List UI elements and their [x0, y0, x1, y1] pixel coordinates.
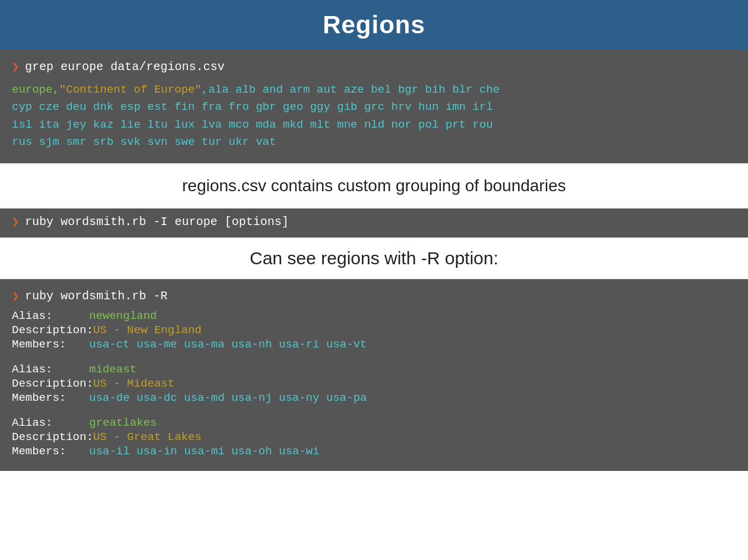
- members-label-2: Members:: [12, 391, 89, 404]
- desc-value-2: US - Mideast: [93, 377, 175, 390]
- members-label-3: Members:: [12, 445, 89, 458]
- alias-value-3: greatlakes: [89, 416, 157, 429]
- members-value-1: usa-ct usa-me usa-ma usa-nh usa-ri usa-v…: [89, 338, 367, 351]
- region-alias-row-2: Alias: mideast: [12, 363, 736, 376]
- output-line-2: cyp cze deu dnk esp est fin fra fro gbr …: [12, 99, 736, 116]
- output-europe: europe,: [12, 83, 59, 96]
- output-line-1: europe,"Continent of Europe",ala alb and…: [12, 81, 736, 99]
- region-entry-1: Alias: newengland Description: US - New …: [12, 309, 736, 351]
- region-alias-row-3: Alias: greatlakes: [12, 416, 736, 429]
- command-line-2: ❯ ruby wordsmith.rb -I europe [options]: [12, 214, 736, 229]
- output-continent: "Continent of Europe": [59, 83, 201, 96]
- desc-label-1: Description:: [12, 324, 93, 337]
- region-entry-3: Alias: greatlakes Description: US - Grea…: [12, 416, 736, 458]
- command-line-3: ❯ ruby wordsmith.rb -R: [12, 289, 736, 303]
- command-3: ruby wordsmith.rb -R: [25, 289, 168, 303]
- region-alias-row-1: Alias: newengland: [12, 309, 736, 322]
- output-line-4: rus sjm smr srb svk svn swe tur ukr vat: [12, 134, 736, 151]
- region-desc-row-3: Description: US - Great Lakes: [12, 431, 736, 444]
- page-title: Regions: [0, 11, 748, 39]
- terminal-block-3: ❯ ruby wordsmith.rb -R Alias: newengland…: [0, 279, 748, 471]
- description-text-1: regions.csv contains custom grouping of …: [12, 176, 736, 195]
- prompt-arrow-2: ❯: [12, 214, 19, 229]
- command-line-1: ❯ grep europe data/regions.csv: [12, 59, 736, 74]
- terminal-block-1: ❯ grep europe data/regions.csv europe,"C…: [0, 50, 748, 163]
- description-2: Can see regions with -R option:: [0, 238, 748, 279]
- output-block-1: europe,"Continent of Europe",ala alb and…: [12, 79, 736, 154]
- desc-label-3: Description:: [12, 431, 93, 444]
- output-countries-1: ,ala alb and arm aut aze bel bgr bih blr…: [201, 83, 500, 96]
- region-desc-row-1: Description: US - New England: [12, 324, 736, 337]
- description-text-2: Can see regions with -R option:: [12, 248, 736, 268]
- desc-value-3: US - Great Lakes: [93, 431, 201, 444]
- output-line-3: isl ita jey kaz lie ltu lux lva mco mda …: [12, 116, 736, 134]
- page-header: Regions: [0, 0, 748, 50]
- alias-value-2: mideast: [89, 363, 137, 376]
- prompt-arrow-3: ❯: [12, 289, 19, 303]
- members-value-2: usa-de usa-dc usa-md usa-nj usa-ny usa-p…: [89, 391, 367, 404]
- alias-value-1: newengland: [89, 309, 157, 322]
- region-members-row-3: Members: usa-il usa-in usa-mi usa-oh usa…: [12, 445, 736, 458]
- alias-label-2: Alias:: [12, 363, 89, 376]
- description-1: regions.csv contains custom grouping of …: [0, 163, 748, 208]
- region-members-row-2: Members: usa-de usa-dc usa-md usa-nj usa…: [12, 391, 736, 404]
- prompt-arrow-1: ❯: [12, 59, 19, 74]
- command-2: ruby wordsmith.rb -I europe [options]: [25, 215, 289, 229]
- desc-value-1: US - New England: [93, 324, 201, 337]
- desc-label-2: Description:: [12, 377, 93, 390]
- alias-label-3: Alias:: [12, 416, 89, 429]
- command-1: grep europe data/regions.csv: [25, 60, 225, 74]
- region-members-row-1: Members: usa-ct usa-me usa-ma usa-nh usa…: [12, 338, 736, 351]
- members-value-3: usa-il usa-in usa-mi usa-oh usa-wi: [89, 445, 320, 458]
- terminal-block-2: ❯ ruby wordsmith.rb -I europe [options]: [0, 208, 748, 238]
- region-desc-row-2: Description: US - Mideast: [12, 377, 736, 390]
- region-entry-2: Alias: mideast Description: US - Mideast…: [12, 363, 736, 404]
- members-label-1: Members:: [12, 338, 89, 351]
- alias-label-1: Alias:: [12, 309, 89, 322]
